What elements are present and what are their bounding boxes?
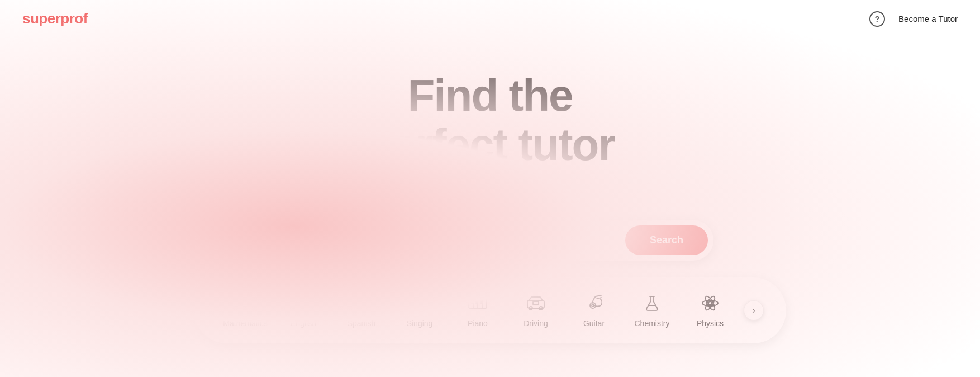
svg-rect-14: [533, 301, 539, 305]
svg-rect-9: [480, 298, 483, 304]
category-singing[interactable]: Singing: [391, 293, 449, 328]
hero-section: Find the perfect tutor: [0, 37, 980, 192]
category-spanish[interactable]: ES Spanish: [332, 293, 391, 328]
singing-icon: [410, 293, 430, 313]
category-mathematics[interactable]: √ x Mathematics: [216, 293, 274, 328]
svg-point-16: [592, 304, 594, 307]
categories-next-arrow[interactable]: ›: [744, 300, 764, 321]
categories-container: √ x Mathematics EN English ES Spanish: [194, 277, 786, 343]
category-english[interactable]: EN English: [274, 293, 332, 328]
search-container: Search: [267, 220, 713, 261]
category-piano-label: Piano: [468, 319, 488, 328]
search-input[interactable]: [302, 234, 619, 246]
category-driving-label: Driving: [524, 319, 548, 328]
physics-icon: [700, 293, 720, 313]
logo[interactable]: superprof: [22, 10, 88, 27]
svg-point-2: [417, 298, 422, 303]
hero-title: Find the perfect tutor: [11, 71, 969, 169]
piano-icon: [468, 293, 488, 313]
guitar-icon: [584, 293, 604, 313]
search-button[interactable]: Search: [625, 225, 708, 255]
hero-title-line2: perfect tutor: [365, 120, 614, 169]
category-driving[interactable]: Driving: [507, 293, 565, 328]
english-icon: EN: [293, 293, 313, 313]
svg-text:x: x: [244, 296, 248, 304]
svg-text:√: √: [235, 296, 243, 311]
svg-point-18: [708, 301, 712, 305]
category-physics[interactable]: Physics: [681, 293, 739, 328]
category-singing-label: Singing: [407, 319, 433, 328]
category-english-label: English: [291, 319, 316, 328]
svg-rect-8: [475, 298, 478, 304]
category-piano[interactable]: Piano: [449, 293, 507, 328]
become-tutor-button[interactable]: Become a Tutor: [898, 14, 958, 23]
search-book-icon: [280, 233, 296, 248]
hero-title-line1: Find the: [407, 70, 572, 120]
category-chemistry-label: Chemistry: [634, 319, 669, 328]
category-physics-label: Physics: [697, 319, 724, 328]
categories-wrapper: √ x Mathematics EN English ES Spanish: [183, 277, 797, 343]
category-chemistry[interactable]: Chemistry: [623, 293, 681, 328]
driving-icon: [526, 293, 546, 313]
help-icon[interactable]: ?: [869, 11, 885, 27]
header-right: ? Become a Tutor: [869, 11, 958, 27]
mathematics-icon: √ x: [235, 293, 255, 313]
svg-rect-7: [471, 298, 474, 304]
category-guitar[interactable]: Guitar: [565, 293, 623, 328]
category-guitar-label: Guitar: [583, 319, 605, 328]
chemistry-icon: [642, 293, 662, 313]
category-spanish-label: Spanish: [348, 319, 376, 328]
header: superprof ? Become a Tutor: [0, 0, 980, 37]
spanish-icon: ES: [351, 293, 372, 313]
search-bar: Search: [267, 220, 713, 261]
category-mathematics-label: Mathematics: [223, 319, 267, 328]
